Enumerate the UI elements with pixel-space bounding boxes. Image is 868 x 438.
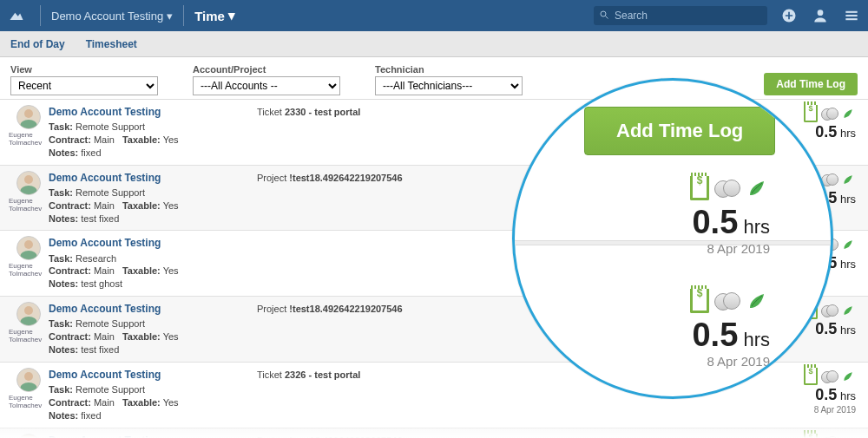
- account-label: Account/Project: [193, 64, 340, 75]
- zoom-entry-1: $ 0.5 hrs 8 Apr 2019: [690, 176, 770, 256]
- hours-value: 0.5: [692, 317, 738, 353]
- user-icon[interactable]: [811, 6, 830, 25]
- zoom-entry-2: $ 0.5 hrs 8 Apr 2019: [690, 289, 770, 369]
- technician-select[interactable]: ---All Technicians---: [375, 76, 523, 95]
- chevron-down-icon: ▾: [228, 8, 235, 23]
- account-select[interactable]: ---All Accounts --: [193, 76, 340, 95]
- row-reference: [257, 236, 483, 238]
- toolbar-right: [779, 6, 861, 25]
- section-breadcrumb-label: Time: [194, 9, 225, 23]
- svg-point-3: [818, 10, 824, 16]
- account-breadcrumb[interactable]: Demo Account Testing ▾: [48, 10, 176, 23]
- hours-value: 0.5: [815, 123, 837, 141]
- account-name[interactable]: Demo Account Testing: [49, 105, 257, 119]
- row-reference: Project !test18.492642219207546: [257, 302, 483, 314]
- account-name[interactable]: Demo Account Testing: [49, 368, 257, 382]
- receipt-icon: $: [804, 105, 818, 122]
- hours-unit: hrs: [743, 329, 770, 350]
- receipt-icon: $: [690, 289, 709, 313]
- account-name[interactable]: Demo Account Testing: [49, 302, 257, 316]
- row-details: Demo Account Testing Task: Remote Suppor…: [49, 171, 257, 226]
- avatar-column: Eugene Tolmachev: [9, 368, 49, 409]
- avatar-label: Eugene Tolmachev: [9, 262, 49, 278]
- row-details: Demo Account Testing Task: Research Cont…: [49, 236, 257, 291]
- hours-unit: hrs: [840, 193, 856, 206]
- leaf-icon: [840, 173, 856, 186]
- sub-nav: End of Day Timesheet: [0, 31, 868, 57]
- add-time-log-button[interactable]: Add Time Log: [764, 73, 858, 95]
- leaf-icon: [744, 291, 770, 311]
- avatar-column: Eugene Tolmachev: [9, 236, 49, 278]
- coins-icon: [714, 180, 739, 197]
- divider: [183, 5, 184, 26]
- technician-label: Technician: [375, 64, 523, 75]
- divider: [40, 5, 41, 26]
- row-right: $ 0.5 hrs: [804, 105, 859, 141]
- account-name[interactable]: Demo Account Testing: [49, 236, 257, 250]
- coins-icon: [821, 370, 837, 382]
- add-icon[interactable]: [779, 6, 799, 25]
- menu-icon[interactable]: [842, 6, 861, 25]
- hours-value: 0.5: [815, 386, 837, 403]
- avatar: [16, 236, 41, 260]
- avatar: [16, 368, 41, 392]
- account-breadcrumb-label: Demo Account Testing: [51, 10, 163, 23]
- avatar-label: Eugene Tolmachev: [9, 131, 49, 147]
- account-name[interactable]: Demo Account Testing: [49, 171, 257, 185]
- entry-date: 8 Apr 2019: [690, 354, 770, 369]
- row-reference: Project !test18.492642219207546: [257, 171, 483, 183]
- entry-date: 8 Apr 2019: [814, 405, 856, 415]
- avatar-label: Eugene Tolmachev: [9, 197, 49, 212]
- avatar-column: Eugene Tolmachev: [9, 171, 49, 212]
- view-select[interactable]: Recent: [10, 76, 158, 95]
- search-icon: [599, 10, 609, 23]
- leaf-icon: [840, 108, 856, 120]
- leaf-icon: [840, 370, 856, 382]
- magnified-callout: Add Time Log $ 0.5 hrs 8 Apr 2019 $ 0.5 …: [512, 78, 833, 399]
- row-right: $ 0.5 hrs 8 Apr 2019: [804, 368, 859, 415]
- tab-timesheet[interactable]: Timesheet: [82, 33, 141, 56]
- avatar-label: Eugene Tolmachev: [9, 328, 49, 343]
- coins-icon: [714, 292, 739, 310]
- row-details: Demo Account Testing Task: Remote Suppor…: [49, 302, 257, 356]
- hours-unit: hrs: [840, 324, 856, 337]
- search-input[interactable]: [594, 6, 767, 25]
- hours-unit: hrs: [840, 127, 856, 140]
- receipt-icon: $: [804, 368, 818, 385]
- app-logo-icon[interactable]: [7, 6, 26, 25]
- svg-line-1: [606, 16, 608, 19]
- search-wrapper: [594, 6, 767, 25]
- tab-end-of-day[interactable]: End of Day: [7, 33, 69, 56]
- fade-overlay: [0, 421, 868, 438]
- view-label: View: [10, 64, 158, 75]
- leaf-icon: [840, 239, 856, 251]
- row-details: Demo Account Testing Task: Remote Suppor…: [49, 105, 257, 160]
- hours-value: 0.5: [815, 320, 837, 337]
- row-reference: Ticket 2326 - test portal: [257, 368, 483, 380]
- leaf-icon: [744, 178, 770, 199]
- receipt-icon: $: [690, 176, 709, 200]
- avatar: [16, 302, 41, 326]
- avatar-column: Eugene Tolmachev: [9, 302, 49, 343]
- hours-unit: hrs: [840, 258, 856, 271]
- avatar: [16, 171, 41, 195]
- entry-date: 8 Apr 2019: [690, 241, 770, 256]
- top-bar: Demo Account Testing ▾ Time ▾: [0, 0, 868, 31]
- row-reference: Ticket 2330 - test portal: [257, 105, 483, 117]
- section-breadcrumb[interactable]: Time ▾: [191, 8, 239, 23]
- hours-value: 0.5: [692, 204, 738, 240]
- avatar-column: Eugene Tolmachev: [9, 105, 49, 147]
- row-details: Demo Account Testing Task: Remote Suppor…: [49, 368, 257, 422]
- coins-icon: [821, 108, 837, 120]
- avatar-label: Eugene Tolmachev: [9, 394, 49, 409]
- leaf-icon: [840, 304, 856, 317]
- hours-unit: hrs: [743, 216, 770, 238]
- chevron-down-icon: ▾: [167, 10, 173, 23]
- svg-point-0: [601, 11, 606, 16]
- avatar: [16, 105, 41, 129]
- hours-unit: hrs: [840, 389, 856, 402]
- coins-icon: [821, 304, 837, 317]
- divider: [515, 240, 831, 245]
- add-time-log-button-zoom[interactable]: Add Time Log: [584, 107, 775, 155]
